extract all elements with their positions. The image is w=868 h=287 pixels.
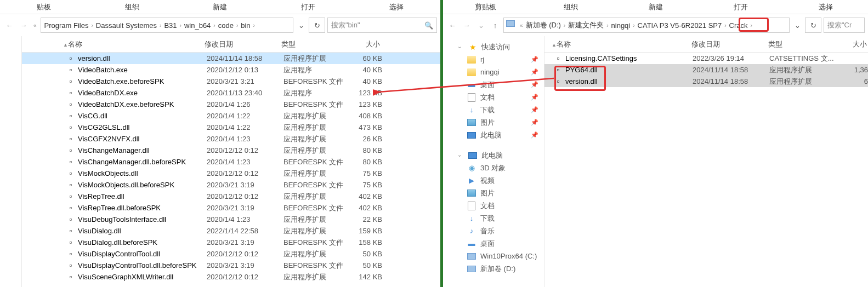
file-row[interactable]: ▫ VisCG.dll 2020/1/4 1:22 应用程序扩展 408 KB xyxy=(22,110,440,122)
breadcrumb-segment[interactable]: 新加卷 (D:) xyxy=(525,20,562,30)
col-type[interactable]: 类型 xyxy=(768,39,834,49)
chevron-right-icon[interactable]: › xyxy=(178,22,183,28)
back-button[interactable]: ← xyxy=(446,19,458,31)
ribbon-tab[interactable]: 新建 xyxy=(176,0,264,14)
nav-item[interactable]: 新加卷 (D:) xyxy=(453,262,544,275)
file-row[interactable]: ▫ version.dll 2024/11/14 18:58 应用程序扩展 60… xyxy=(22,53,440,64)
chevron-right-icon[interactable]: › xyxy=(562,22,567,28)
file-row[interactable]: ▫ VideoBatchDX.exe.beforeSPK 2020/1/4 1:… xyxy=(22,99,440,110)
breadcrumb-segment[interactable]: 新建文件夹 xyxy=(567,20,605,30)
breadcrumb-segment[interactable]: CATIA P3 V5-6R2021 SP7 xyxy=(637,21,723,30)
file-row[interactable]: ▫ VisuDialog.dll 2022/1/14 22:58 应用程序扩展 … xyxy=(22,225,440,237)
file-row[interactable]: ▫ VisuSceneGraphXMLWriter.dll 2020/12/12… xyxy=(22,271,440,283)
col-date[interactable]: 修改日期 xyxy=(205,39,281,49)
refresh-button[interactable]: ↻ xyxy=(805,18,821,33)
search-box-right[interactable]: 搜索"Cr xyxy=(824,18,865,33)
nav-item[interactable]: ↓下载 xyxy=(453,212,544,225)
nav-item[interactable]: ◉3D 对象 xyxy=(453,162,544,174)
ribbon-tab[interactable]: 新建 xyxy=(613,0,698,14)
chevron-right-icon[interactable]: › xyxy=(235,22,240,28)
file-row[interactable]: ▫ VisRepTree.dll 2020/12/12 0:12 应用程序扩展 … xyxy=(22,191,440,202)
col-date[interactable]: 修改日期 xyxy=(691,39,768,49)
up-button[interactable]: ↑ xyxy=(489,19,501,31)
history-dropdown[interactable]: ⌄ xyxy=(475,19,487,31)
nav-item[interactable]: 图片📌 xyxy=(453,116,544,129)
file-row[interactable]: ▫ VisRepTree.dll.beforeSPK 2020/3/21 3:1… xyxy=(22,202,440,214)
ribbon-tab[interactable]: 组织 xyxy=(88,0,177,14)
chevron-right-icon[interactable]: › xyxy=(212,22,217,28)
navigation-pane[interactable]: ⌄★快速访问rj📌ningqi📌▬桌面📌文档📌↓下载📌图片📌此电脑📌⌄此电脑◉3… xyxy=(443,36,544,287)
nav-item[interactable]: ↓下载📌 xyxy=(453,104,544,116)
nav-item[interactable]: 文档📌 xyxy=(453,91,544,104)
breadcrumb-segment[interactable]: bin xyxy=(240,21,251,30)
file-list-left[interactable]: ▫ version.dll 2024/11/14 18:58 应用程序扩展 60… xyxy=(22,53,440,287)
breadcrumb-segment[interactable]: Dassault Systemes xyxy=(95,21,158,30)
quick-access-header[interactable]: ⌄★快速访问 xyxy=(453,41,544,53)
chevron-right-icon[interactable]: › xyxy=(631,22,636,28)
column-header-left[interactable]: ▲名称 修改日期 类型 大小 xyxy=(22,36,440,53)
breadcrumb-dropdown[interactable]: ⌄ xyxy=(792,21,803,30)
col-type[interactable]: 类型 xyxy=(281,39,347,49)
ribbon-tab[interactable]: 贴板 xyxy=(0,0,88,14)
ribbon-tab[interactable]: 剪贴板 xyxy=(443,0,528,14)
file-row[interactable]: ▫ VideoBatch.exe.beforeSPK 2020/3/21 3:2… xyxy=(22,76,440,87)
breadcrumb-segment[interactable]: B31 xyxy=(163,21,178,30)
file-row[interactable]: ▫ Licensing.CATSettings 2022/3/26 19:14 … xyxy=(544,53,868,64)
ribbon-tab[interactable]: 选择 xyxy=(783,0,868,14)
nav-item[interactable]: ningqi📌 xyxy=(453,66,544,78)
file-row[interactable]: ▫ version.dll 2024/11/14 18:58 应用程序扩展 6 xyxy=(544,76,868,87)
nav-item[interactable]: ▬桌面📌 xyxy=(453,78,544,91)
search-box-left[interactable]: 搜索"bin" 🔍 xyxy=(327,18,437,33)
file-list-right[interactable]: ▫ Licensing.CATSettings 2022/3/26 19:14 … xyxy=(544,53,868,287)
file-row[interactable]: ▫ PYG64.dll 2024/11/14 18:58 应用程序扩展 1,36 xyxy=(544,64,868,76)
ribbon-tab[interactable]: 打开 xyxy=(264,0,353,14)
ribbon-tab[interactable]: 打开 xyxy=(698,0,783,14)
file-row[interactable]: ▫ VisCGFX2NVFX.dll 2020/1/4 1:23 应用程序扩展 … xyxy=(22,133,440,145)
file-row[interactable]: ▫ VideoBatch.exe 2020/12/12 0:13 应用程序 40… xyxy=(22,64,440,76)
chevron-right-icon[interactable]: › xyxy=(89,22,94,28)
breadcrumb-segment[interactable]: Crack xyxy=(728,21,749,30)
nav-item[interactable]: 文档 xyxy=(453,199,544,212)
breadcrumb-dropdown[interactable]: ⌄ xyxy=(296,21,307,30)
file-row[interactable]: ▫ VisMockObjects.dll.beforeSPK 2020/3/21… xyxy=(22,179,440,191)
file-row[interactable]: ▫ VideoBatchDX.exe 2020/11/13 23:40 应用程序… xyxy=(22,87,440,99)
breadcrumb-segment[interactable]: code xyxy=(217,21,235,30)
file-row[interactable]: ▫ VisuDisplayControlTool.dll.beforeSPK 2… xyxy=(22,260,440,271)
nav-item[interactable]: Win10Prox64 (C:) xyxy=(453,250,544,262)
refresh-button[interactable]: ↻ xyxy=(309,18,325,33)
ribbon-tab[interactable]: 组织 xyxy=(528,0,613,14)
forward-button[interactable]: → xyxy=(18,19,30,31)
file-row[interactable]: ▫ VisuDebugToolsInterface.dll 2020/1/4 1… xyxy=(22,214,440,225)
nav-item[interactable]: ♪音乐 xyxy=(453,225,544,237)
breadcrumb-segment[interactable]: win_b64 xyxy=(183,21,212,30)
ribbon-tab[interactable]: 选择 xyxy=(352,0,440,14)
nav-item[interactable]: ▶视频 xyxy=(453,174,544,187)
nav-item[interactable]: 图片 xyxy=(453,187,544,199)
breadcrumb-segment[interactable]: Program Files xyxy=(43,21,90,30)
back-button[interactable]: ← xyxy=(3,19,15,31)
file-row[interactable]: ▫ VisChangeManager.dll.beforeSPK 2020/1/… xyxy=(22,156,440,168)
nav-item[interactable]: rj📌 xyxy=(453,53,544,66)
file-row[interactable]: ▫ VisCG2GLSL.dll 2020/1/4 1:22 应用程序扩展 47… xyxy=(22,122,440,133)
file-row[interactable]: ▫ VisuDialog.dll.beforeSPK 2020/3/21 3:1… xyxy=(22,237,440,248)
file-row[interactable]: ▫ VisMockObjects.dll 2020/12/12 0:12 应用程… xyxy=(22,168,440,179)
column-header-right[interactable]: ▲名称 修改日期 类型 大小 xyxy=(544,36,868,53)
chevron-right-icon[interactable]: › xyxy=(158,22,163,28)
chevron-right-icon[interactable]: › xyxy=(723,22,728,28)
col-name[interactable]: 名称 xyxy=(557,40,571,48)
breadcrumb-left[interactable]: Program Files›Dassault Systemes›B31›win_… xyxy=(41,18,293,33)
nav-item[interactable]: 此电脑📌 xyxy=(453,129,544,141)
chevron-right-icon[interactable]: › xyxy=(252,22,257,28)
this-pc-header[interactable]: ⌄此电脑 xyxy=(453,149,544,162)
col-size[interactable]: 大小 xyxy=(347,39,380,49)
search-icon[interactable]: 🔍 xyxy=(424,21,433,30)
file-row[interactable]: ▫ VisChangeManager.dll 2020/12/12 0:12 应… xyxy=(22,145,440,156)
breadcrumb-segment[interactable]: ningqi xyxy=(610,21,632,30)
chevron-right-icon[interactable]: › xyxy=(749,22,754,28)
file-row[interactable]: ▫ VisuDisplayControlTool.dll 2020/12/12 … xyxy=(22,248,440,260)
breadcrumb-right[interactable]: « 新加卷 (D:)›新建文件夹›ningqi›CATIA P3 V5-6R20… xyxy=(503,18,790,33)
forward-button[interactable]: → xyxy=(461,19,473,31)
col-name[interactable]: 名称 xyxy=(68,40,82,48)
col-size[interactable]: 大小 xyxy=(834,39,867,49)
double-chevron-icon[interactable]: « xyxy=(32,22,38,28)
